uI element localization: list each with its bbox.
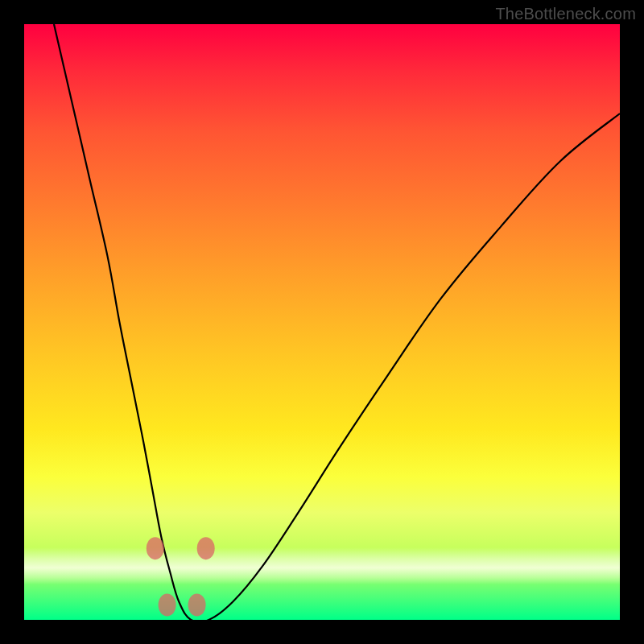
plot-area [24,24,620,620]
curve-layer [24,24,620,620]
curve-marker [188,594,206,617]
chart-frame: TheBottleneck.com [0,0,644,644]
bottleneck-curve [54,24,620,622]
curve-marker [147,537,164,559]
watermark-text: TheBottleneck.com [495,5,636,23]
curve-marker [197,537,215,559]
curve-marker [159,594,176,617]
